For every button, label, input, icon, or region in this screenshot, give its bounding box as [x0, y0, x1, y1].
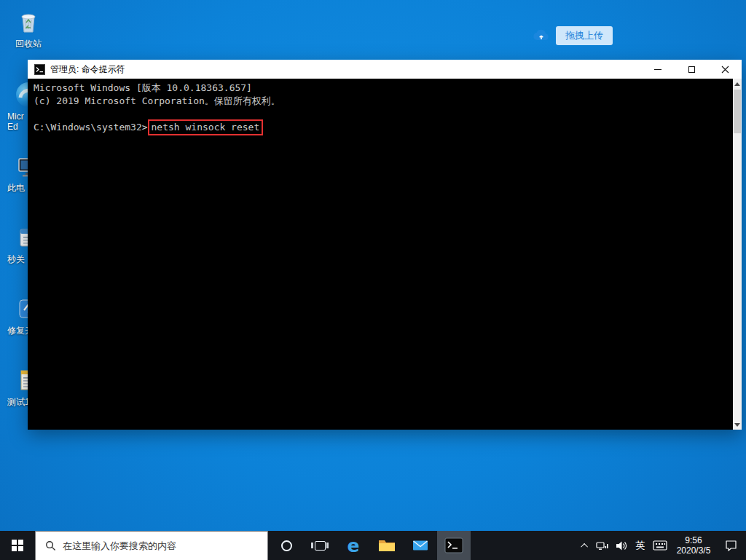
start-button[interactable] [0, 531, 35, 560]
taskbar-search[interactable] [35, 531, 268, 560]
close-icon [721, 66, 729, 74]
chevron-up-icon [581, 543, 588, 550]
cmd-titlebar[interactable]: 管理员: 命令提示符 [28, 60, 742, 79]
scroll-up-button[interactable] [733, 79, 742, 89]
clock[interactable]: 9:56 2020/3/5 [670, 531, 717, 560]
task-view-button[interactable] [303, 531, 337, 560]
cmd-taskbar-button[interactable] [437, 531, 471, 560]
close-button[interactable] [708, 60, 742, 79]
tray-date: 2020/3/5 [677, 545, 711, 556]
network-icon [596, 540, 609, 551]
console-prompt: C:\Windows\system32> [34, 122, 148, 133]
scroll-down-button[interactable] [733, 419, 742, 430]
keyboard-icon [653, 540, 667, 551]
upload-widget: 拖拽上传 [532, 26, 613, 45]
mail-icon [412, 539, 429, 552]
cortana-button[interactable] [270, 531, 303, 560]
highlight-box: netsh winsock reset [148, 119, 264, 135]
taskbar: e [0, 531, 746, 560]
cloud-upload-icon [532, 28, 551, 43]
maximize-button[interactable] [675, 60, 708, 79]
console-line: Microsoft Windows [版本 10.0.18363.657] [34, 82, 727, 95]
network-tray-button[interactable] [593, 531, 612, 560]
ime-indicator[interactable]: 英 [631, 531, 650, 560]
minimize-button[interactable] [641, 60, 675, 79]
desktop-icon-recycle-bin[interactable]: 回收站 [4, 7, 52, 49]
action-center-button[interactable] [717, 531, 745, 560]
volume-tray-button[interactable] [612, 531, 631, 560]
folder-icon [377, 538, 396, 553]
task-view-icon [311, 540, 329, 551]
system-tray: 英 9:56 2020/3/5 [577, 531, 745, 560]
desktop-icon-label: 回收站 [4, 39, 52, 49]
taskbar-apps: e [270, 531, 471, 560]
windows-logo-icon [12, 540, 23, 551]
arrow-up-icon [734, 82, 740, 86]
recycle-bin-icon [14, 7, 43, 36]
window-controls [641, 60, 742, 79]
minimize-icon [654, 69, 661, 70]
notification-icon [725, 540, 737, 551]
tray-time: 9:56 [685, 535, 702, 545]
cmd-icon [444, 537, 463, 553]
cmd-window: 管理员: 命令提示符 Microsoft Windows [版本 10.0.18… [28, 60, 742, 430]
touch-keyboard-button[interactable] [650, 531, 670, 560]
cmd-app-icon [34, 64, 45, 75]
search-icon [45, 540, 56, 551]
desktop: 回收站 Micr Ed [0, 0, 746, 560]
volume-icon [616, 540, 628, 551]
window-title: 管理员: 命令提示符 [50, 63, 125, 76]
console-prompt-line: C:\Windows\system32>netsh winsock reset [34, 121, 727, 134]
console-output[interactable]: Microsoft Windows [版本 10.0.18363.657] (c… [28, 79, 742, 430]
drag-upload-button[interactable]: 拖拽上传 [556, 26, 613, 45]
console-scrollbar[interactable] [733, 79, 742, 430]
maximize-icon [688, 66, 695, 73]
arrow-down-icon [734, 423, 740, 427]
file-explorer-button[interactable] [370, 531, 404, 560]
tray-expand-button[interactable] [577, 531, 593, 560]
scrollbar-thumb[interactable] [734, 90, 741, 133]
search-input[interactable] [63, 532, 267, 560]
edge-icon: e [348, 537, 360, 555]
mail-button[interactable] [404, 531, 437, 560]
console-line-blank [34, 108, 727, 121]
console-line: (c) 2019 Microsoft Corporation。保留所有权利。 [34, 95, 727, 108]
cortana-icon [281, 540, 292, 551]
console-command: netsh winsock reset [152, 122, 260, 133]
edge-taskbar-button[interactable]: e [337, 531, 370, 560]
